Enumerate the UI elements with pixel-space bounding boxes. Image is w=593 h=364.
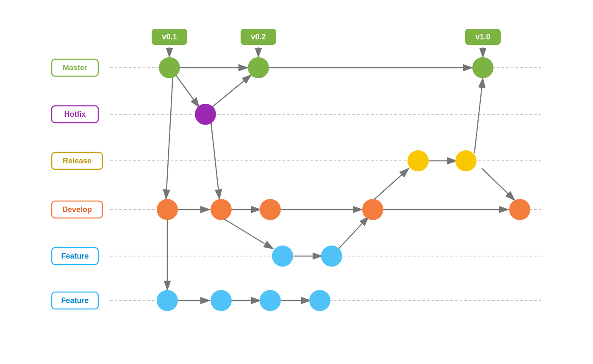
feature1-node-2 <box>321 245 342 267</box>
master-label-text: Master <box>63 63 87 72</box>
tag-v02-label: v0.2 <box>251 33 266 41</box>
develop2-to-feature1-1 <box>221 217 273 249</box>
feature2-node-3 <box>260 290 281 311</box>
develop-node-4 <box>362 199 383 220</box>
develop-label-text: Develop <box>62 205 92 214</box>
hotfix-label-text: Hotfix <box>64 110 86 119</box>
master-node-3 <box>472 57 493 78</box>
master1-to-develop1 <box>166 76 173 199</box>
feature2-node-4 <box>309 290 330 311</box>
release-node-2 <box>455 150 477 171</box>
release2-to-develop5 <box>482 168 515 200</box>
feature2-node-2 <box>211 290 232 311</box>
master-node-1 <box>159 57 180 78</box>
develop-node-3 <box>260 199 281 220</box>
develop4-to-release1 <box>372 168 409 201</box>
release2-to-master3 <box>474 78 483 153</box>
diagram-container: v0.1 v0.2 v1.0 Master <box>42 17 551 347</box>
develop-node-1 <box>157 199 178 220</box>
develop-node-5 <box>509 199 530 220</box>
feature2-label-text: Feature <box>61 296 89 305</box>
develop-node-2 <box>211 199 232 220</box>
release-node-1 <box>407 150 429 171</box>
tag-v10-label: v1.0 <box>475 33 490 41</box>
master1-to-hotfix <box>176 75 199 107</box>
feature1-2-to-develop4 <box>339 217 369 248</box>
hotfix-to-develop2 <box>211 122 219 199</box>
diagram-svg: v0.1 v0.2 v1.0 Master <box>42 17 551 347</box>
feature2-node-1 <box>157 290 178 311</box>
tag-v01-label: v0.1 <box>162 33 177 41</box>
master-node-2 <box>248 57 269 78</box>
hotfix-node-1 <box>195 104 216 125</box>
hotfix-to-master2 <box>211 75 251 108</box>
release-label-text: Release <box>63 157 91 165</box>
feature1-node-1 <box>272 245 293 267</box>
feature1-label-text: Feature <box>61 252 89 260</box>
